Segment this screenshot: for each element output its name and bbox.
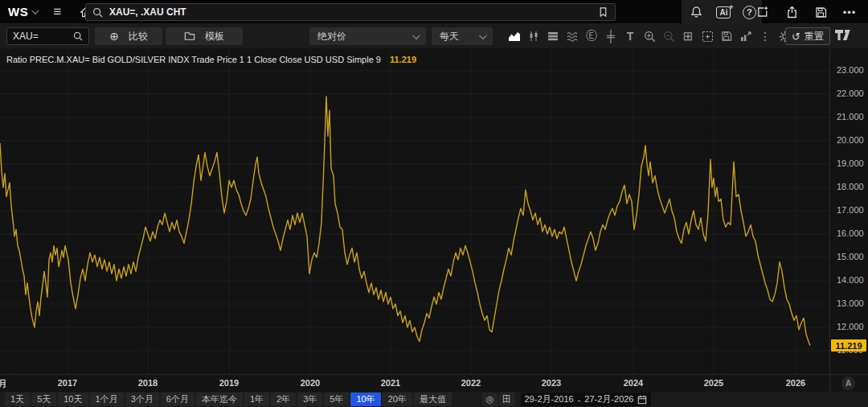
range-button-20年[interactable]: 20年 <box>383 393 412 406</box>
search-icon <box>92 7 103 18</box>
range-button-3年[interactable]: 3年 <box>297 393 322 406</box>
price-tick-label: 13.000 <box>837 298 864 310</box>
reset-label: 重置 <box>805 30 824 43</box>
waves-button[interactable] <box>563 25 582 47</box>
layers-button[interactable] <box>543 25 563 47</box>
chart-type-candles-button[interactable] <box>524 25 543 47</box>
chart-export-button[interactable] <box>736 25 755 47</box>
tradingview-logo <box>834 29 854 44</box>
bookmark-icon[interactable] <box>598 6 608 18</box>
time-tick-label: 月 <box>0 378 18 390</box>
range-button-1个月[interactable]: 1个月 <box>90 393 124 406</box>
range-button-5年[interactable]: 5年 <box>324 393 349 406</box>
kebab-icon: ⋮ <box>760 30 771 43</box>
calendar-icon <box>637 395 647 405</box>
range-button-最大值[interactable]: 最大值 <box>414 393 452 406</box>
interval-dropdown[interactable]: 每天 <box>432 27 493 45</box>
events-button[interactable]: Ⓔ <box>582 25 601 47</box>
save-button[interactable] <box>809 0 833 24</box>
zoom-out-button[interactable] <box>659 25 678 47</box>
template-button[interactable]: 模板 <box>166 27 243 45</box>
text-tool-button[interactable]: T <box>620 25 640 47</box>
price-tick-label: 16.000 <box>837 228 864 240</box>
ai-assistant-button[interactable]: Ai + <box>716 6 731 18</box>
ai-icon: Ai <box>719 8 727 17</box>
zoom-in-icon <box>644 31 656 43</box>
time-tick-label: 2021 <box>375 378 407 388</box>
range-button-10年[interactable]: 10年 <box>350 393 380 406</box>
auto-scale-badge[interactable]: A <box>841 376 855 390</box>
global-search[interactable]: XAU=, .XAU CHT <box>85 3 616 21</box>
more-button[interactable]: ••• <box>837 0 862 24</box>
time-tick-label: 2019 <box>213 378 245 388</box>
snapshot-button[interactable] <box>698 25 717 47</box>
area-chart-icon <box>508 31 521 42</box>
price-line <box>0 97 810 346</box>
time-tick-label: 2026 <box>780 378 812 388</box>
data-panel-button[interactable]: 田 <box>499 393 514 406</box>
symbol-input[interactable]: XAU= <box>6 27 89 45</box>
date-separator: - <box>578 395 581 405</box>
price-tick-label: 15.000 <box>837 252 864 263</box>
notifications-button[interactable] <box>687 0 705 24</box>
chart-export-icon <box>740 31 752 42</box>
price-tick-label: 12.000 <box>837 322 864 333</box>
floppy-icon <box>721 31 732 42</box>
price-tick-label: 21.000 <box>837 112 864 123</box>
time-tick-label: 2025 <box>698 378 730 388</box>
range-settings-button[interactable]: ◎ <box>482 393 497 406</box>
range-button-6个月[interactable]: 6个月 <box>161 393 194 406</box>
more-tools-button[interactable]: ⋮ <box>755 25 775 47</box>
price-tick-label: 17.000 <box>837 205 864 216</box>
compare-button[interactable]: ⊕ 比较 <box>95 27 162 45</box>
template-label: 模板 <box>205 30 224 43</box>
save-layout-button[interactable] <box>717 25 736 47</box>
range-button-5天[interactable]: 5天 <box>31 393 56 406</box>
menu-button[interactable]: ≡ <box>45 0 69 24</box>
symbol-value: XAU= <box>13 31 39 42</box>
grid-icon: ⊞ <box>683 29 694 43</box>
chart-type-area-button[interactable] <box>505 25 524 47</box>
app-window: WS ≡ XAU=, .XAU CHT <box>0 0 868 407</box>
time-tick-label: 2024 <box>617 378 649 388</box>
reset-icon: ↺ <box>792 31 800 43</box>
text-tool-icon: T <box>627 30 634 43</box>
price-tick-label: 23.000 <box>837 65 864 76</box>
zoom-in-button[interactable] <box>640 25 659 47</box>
range-button-2年[interactable]: 2年 <box>271 393 296 406</box>
grid-lines <box>0 48 829 374</box>
reset-button[interactable]: ↺ 重置 <box>785 27 830 45</box>
more-icon: ••• <box>843 6 857 18</box>
time-tick-label: 2017 <box>51 378 84 388</box>
last-price-badge: 11.219 <box>831 339 866 352</box>
price-tick-label: 22.000 <box>837 88 864 100</box>
range-button-3个月[interactable]: 3个月 <box>125 393 159 406</box>
dial-icon: ◎ <box>486 394 494 405</box>
chart-area[interactable]: Ratio PREC.M.XAU= Bid GOLD/SILVER INDX T… <box>0 48 829 374</box>
time-axis[interactable]: A 月2017201820192020202120222023202420252… <box>0 374 868 392</box>
time-tick-label: 2018 <box>132 378 164 388</box>
top-app-bar: WS ≡ XAU=, .XAU CHT <box>0 0 868 24</box>
range-toolbar: 1天5天10天1个月3个月6个月本年迄今1年2年3年5年10年20年最大值 ◎ … <box>0 392 868 407</box>
circled-e-icon: Ⓔ <box>586 29 597 43</box>
measure-button[interactable]: ╪ <box>601 25 620 47</box>
range-button-1年[interactable]: 1年 <box>244 393 269 406</box>
chart-toolbar: XAU= ⊕ 比较 模板 绝对价 每天 <box>0 24 868 48</box>
range-button-本年迄今[interactable]: 本年迄今 <box>196 393 243 406</box>
range-button-10天[interactable]: 10天 <box>58 393 88 406</box>
zoom-out-icon <box>663 31 675 43</box>
grid-settings-button[interactable]: ⊞ <box>678 25 698 47</box>
price-axis[interactable]: 23.00022.00021.00020.00019.00018.00017.0… <box>829 48 868 374</box>
app-logo[interactable]: WS <box>0 5 45 18</box>
new-window-button[interactable] <box>751 0 775 24</box>
chart-tools: Ⓔ ╪ T <box>505 25 794 47</box>
compare-label: 比较 <box>129 30 148 43</box>
share-icon <box>786 6 798 18</box>
window-actions: ••• <box>751 0 862 24</box>
candlestick-icon <box>528 31 539 42</box>
time-tick-label: 2022 <box>455 378 487 388</box>
price-mode-dropdown[interactable]: 绝对价 <box>309 27 426 45</box>
share-button[interactable] <box>780 0 804 24</box>
date-range-field[interactable]: 29-2月-2016 - 27-2月-2026 <box>521 393 651 406</box>
range-button-1天[interactable]: 1天 <box>5 393 30 406</box>
